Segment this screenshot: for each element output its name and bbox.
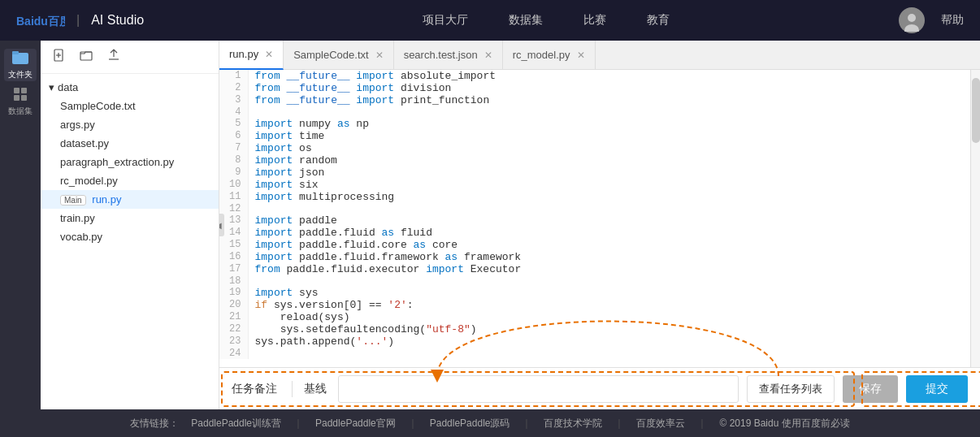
- close-icon[interactable]: ✕: [265, 50, 273, 59]
- table-row: 23sys.path.append('...'): [219, 335, 970, 348]
- tab-rc-model[interactable]: rc_model.py ✕: [503, 41, 596, 70]
- table-row: 13import paddle: [219, 214, 970, 227]
- list-item[interactable]: paragraph_extraction.py: [41, 153, 219, 171]
- svg-rect-5: [12, 51, 19, 54]
- nav-item-education[interactable]: 教育: [647, 13, 670, 28]
- scrollbar-thumb[interactable]: [972, 78, 980, 143]
- folder-name: data: [58, 81, 78, 93]
- nav-right: 帮助: [899, 7, 964, 33]
- svg-rect-6: [14, 88, 20, 93]
- close-icon[interactable]: ✕: [577, 50, 585, 60]
- chevron-down-icon: ▾: [49, 81, 54, 93]
- table-row: 19import sys: [219, 287, 970, 299]
- table-row: 10import six: [219, 179, 970, 191]
- svg-rect-4: [12, 53, 28, 64]
- svg-rect-9: [21, 95, 27, 101]
- tab-run-py[interactable]: run.py ✕: [219, 41, 284, 70]
- submit-button[interactable]: 提交: [906, 375, 968, 403]
- footer-copyright: © 2019 Baidu 使用百度前必读: [719, 417, 849, 431]
- file-list: ▾ data SampleCode.txt args.py dataset.py…: [41, 74, 219, 409]
- upload-button[interactable]: [104, 47, 124, 67]
- table-row: 24: [219, 348, 970, 359]
- tab-search-json[interactable]: search.test.json ✕: [394, 41, 503, 70]
- editor-area: ◀ run.py ✕ SampleCode.txt ✕ search.test.…: [219, 41, 980, 409]
- nav-items: 项目大厅 数据集 比赛 教育: [193, 13, 899, 28]
- view-tasks-button[interactable]: 查看任务列表: [747, 375, 835, 403]
- tab-label: SampleCode.txt: [293, 49, 369, 61]
- panel-collapse-handle[interactable]: ◀: [219, 214, 224, 236]
- table-row: 2from __future__ import division: [219, 82, 970, 94]
- tab-label: run.py: [229, 48, 258, 60]
- scrollbar-track[interactable]: [970, 70, 980, 367]
- table-row: 9import json: [219, 167, 970, 179]
- tab-label: rc_model.py: [513, 49, 570, 61]
- list-item[interactable]: SampleCode.txt: [41, 97, 219, 115]
- tabs-bar: run.py ✕ SampleCode.txt ✕ search.test.js…: [219, 41, 980, 70]
- list-item-run[interactable]: Main run.py: [41, 190, 219, 209]
- file-toolbar: [41, 41, 219, 74]
- svg-point-2: [908, 14, 916, 22]
- table-row: 8import random: [219, 154, 970, 167]
- table-row: 18: [219, 275, 970, 287]
- tab-label: search.test.json: [404, 49, 478, 61]
- code-area: 1from __future__ import absolute_import …: [219, 70, 980, 367]
- svg-text:Baidu百度: Baidu百度: [16, 15, 65, 28]
- table-row: 11import multiprocessing: [219, 191, 970, 203]
- code-editor[interactable]: 1from __future__ import absolute_import …: [219, 70, 970, 367]
- footer-link[interactable]: 百度技术学院: [544, 417, 602, 431]
- datasets-label: 数据集: [8, 106, 33, 117]
- table-row: 1from __future__ import absolute_import: [219, 70, 970, 82]
- footer-link[interactable]: PaddlePaddle官网: [315, 417, 396, 431]
- folder-icon: [12, 50, 28, 67]
- close-icon[interactable]: ✕: [375, 50, 384, 60]
- list-item[interactable]: rc_model.py: [41, 171, 219, 190]
- table-row: 7import os: [219, 142, 970, 154]
- table-row: 5import numpy as np: [219, 118, 970, 130]
- new-file-button[interactable]: [49, 47, 68, 67]
- folder-data[interactable]: ▾ data: [41, 78, 219, 97]
- nav-item-competition[interactable]: 比赛: [583, 13, 606, 28]
- sidebar-icons: 文件夹 数据集: [0, 41, 41, 409]
- main-badge: Main: [60, 195, 86, 206]
- tab-samplecode[interactable]: SampleCode.txt ✕: [284, 41, 394, 70]
- logo-studio: AI Studio: [91, 13, 144, 28]
- table-row: 22 sys.setdefaultencoding("utf-8"): [219, 323, 970, 335]
- svg-rect-7: [21, 88, 27, 93]
- help-link[interactable]: 帮助: [941, 13, 964, 28]
- svg-rect-8: [14, 95, 20, 101]
- baseline-label: 基线: [304, 382, 327, 396]
- save-button[interactable]: 保存: [843, 375, 898, 403]
- table-row: 17from paddle.fluid.executor import Exec…: [219, 263, 970, 275]
- table-row: 4: [219, 106, 970, 118]
- table-row: 20if sys.version[0] == '2':: [219, 299, 970, 311]
- sidebar-item-files[interactable]: 文件夹: [4, 49, 37, 81]
- logo-separator: |: [76, 13, 80, 28]
- close-icon[interactable]: ✕: [484, 50, 492, 60]
- run-py-label: run.py: [92, 193, 121, 206]
- table-row: 3from __future__ import print_function: [219, 94, 970, 106]
- file-panel: ▾ data SampleCode.txt args.py dataset.py…: [41, 41, 219, 409]
- footer-link[interactable]: 百度效率云: [636, 417, 685, 431]
- table-row: 15import paddle.fluid.core as core: [219, 239, 970, 251]
- footer-link[interactable]: PaddlePaddle训练营: [191, 417, 281, 431]
- datasets-icon: [12, 86, 28, 104]
- table-row: 14import paddle.fluid as fluid: [219, 227, 970, 239]
- sidebar-item-datasets[interactable]: 数据集: [4, 85, 37, 118]
- footer-prefix: 友情链接：: [130, 417, 179, 431]
- task-input[interactable]: [338, 375, 739, 403]
- nav-item-projects[interactable]: 项目大厅: [423, 13, 468, 28]
- list-item[interactable]: args.py: [41, 115, 219, 134]
- list-item[interactable]: dataset.py: [41, 134, 219, 153]
- task-note-label: 任务备注: [232, 382, 277, 396]
- top-nav: Baidu百度 | AI Studio 项目大厅 数据集 比赛 教育 帮助: [0, 0, 980, 41]
- nav-item-datasets[interactable]: 数据集: [509, 13, 543, 28]
- table-row: 12: [219, 203, 970, 214]
- table-row: 16import paddle.fluid.framework as frame…: [219, 251, 970, 263]
- avatar[interactable]: [899, 7, 925, 33]
- table-row: 6import time: [219, 130, 970, 142]
- bottom-bar: 任务备注 基线 查看任务列表 保存 提交: [219, 367, 980, 409]
- list-item[interactable]: vocab.py: [41, 227, 219, 246]
- list-item[interactable]: train.py: [41, 209, 219, 227]
- new-folder-button[interactable]: [76, 47, 96, 67]
- footer-link[interactable]: PaddlePaddle源码: [430, 417, 510, 431]
